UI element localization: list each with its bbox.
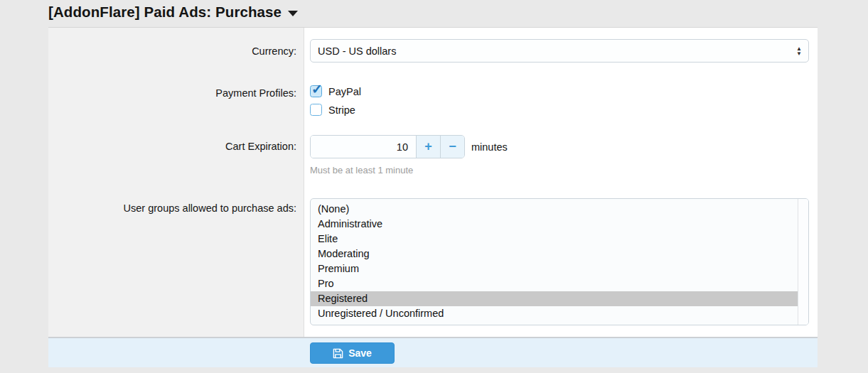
unit-label: minutes xyxy=(471,141,508,153)
payment-profile-option-label: PayPal xyxy=(328,86,361,97)
cart-expiration-label: Cart Expiration: xyxy=(48,129,304,189)
cart-expiration-hint: Must be at least 1 minute xyxy=(310,165,809,175)
user-group-option[interactable]: (None) xyxy=(311,202,798,217)
cart-expiration-row: Cart Expiration: + − minutes Must be at … xyxy=(48,129,818,189)
user-groups-options: (None)AdministrativeEliteModeratingPremi… xyxy=(311,202,798,321)
page-title: [AddonFlare] Paid Ads: Purchase xyxy=(48,4,282,21)
checkbox-unchecked-icon[interactable] xyxy=(310,104,322,116)
page-title-menu[interactable]: [AddonFlare] Paid Ads: Purchase xyxy=(48,1,868,23)
decrement-button[interactable]: − xyxy=(440,136,464,158)
chevron-down-icon xyxy=(288,11,298,16)
currency-label: Currency: xyxy=(48,28,304,75)
currency-select[interactable]: USD - US dollars ▲▼ xyxy=(310,39,809,63)
cart-expiration-input[interactable] xyxy=(311,136,416,158)
payment-profiles-label: Payment Profiles: xyxy=(48,75,304,129)
user-group-option[interactable]: Registered xyxy=(311,291,798,306)
user-group-option[interactable]: Elite xyxy=(311,232,798,247)
save-floppy-icon xyxy=(333,348,343,359)
user-groups-listbox: (None)AdministrativeEliteModeratingPremi… xyxy=(310,198,809,325)
currency-row: Currency: USD - US dollars ▲▼ xyxy=(48,28,818,75)
increment-button[interactable]: + xyxy=(416,136,440,158)
payment-profile-option-label: Stripe xyxy=(328,104,355,116)
payment-profiles-row: Payment Profiles: PayPalStripe xyxy=(48,75,818,129)
cart-expiration-stepper: + − xyxy=(310,135,465,158)
form-footer: Save xyxy=(48,337,818,367)
save-button[interactable]: Save xyxy=(310,342,395,364)
user-groups-row: User groups allowed to purchase ads: (No… xyxy=(48,189,818,337)
payment-profile-option[interactable]: PayPal xyxy=(310,85,809,97)
user-group-option[interactable]: Administrative xyxy=(311,217,798,232)
user-groups-label: User groups allowed to purchase ads: xyxy=(48,189,304,337)
payment-profile-option[interactable]: Stripe xyxy=(310,104,809,116)
user-group-option[interactable]: Premium xyxy=(311,261,798,276)
user-group-option[interactable]: Moderating xyxy=(311,247,798,261)
listbox-scrollbar[interactable] xyxy=(798,199,808,325)
settings-form: Currency: USD - US dollars ▲▼ Payment Pr… xyxy=(48,27,818,337)
user-group-option[interactable]: Unregistered / Unconfirmed xyxy=(311,306,798,321)
save-button-label: Save xyxy=(348,347,372,359)
currency-select-value: USD - US dollars xyxy=(318,45,396,57)
user-group-option[interactable]: Pro xyxy=(311,276,798,291)
payment-profiles-group: PayPalStripe xyxy=(310,85,809,116)
select-updown-icon: ▲▼ xyxy=(796,46,802,56)
checkbox-checked-icon[interactable] xyxy=(310,85,322,97)
